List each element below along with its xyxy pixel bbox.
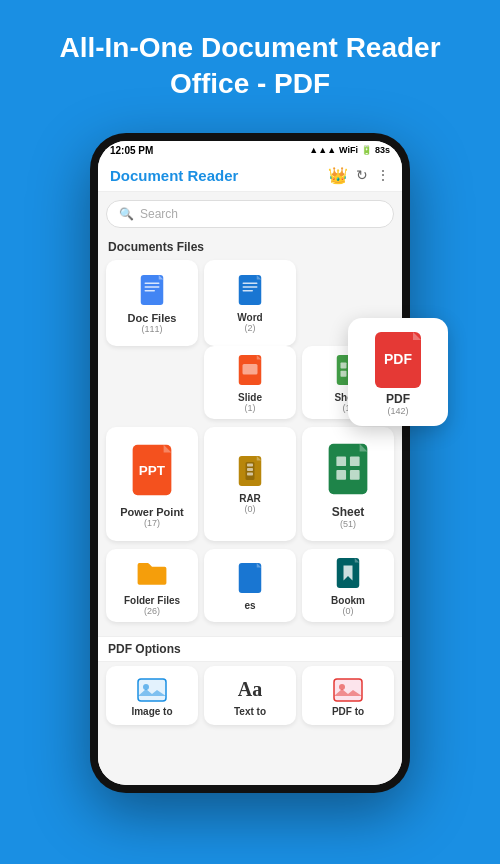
search-placeholder: Search — [140, 207, 178, 221]
svg-rect-15 — [341, 362, 347, 368]
header-title: All-In-One Document Reader Office - PDF — [59, 32, 440, 99]
slide-name: Slide — [238, 392, 262, 403]
word-icon — [232, 272, 268, 308]
documents-section-title: Documents Files — [98, 236, 402, 260]
svg-rect-32 — [336, 470, 346, 480]
svg-rect-12 — [243, 364, 258, 375]
svg-rect-25 — [247, 464, 253, 467]
doc-files-name: Doc Files — [128, 312, 177, 324]
slide-card[interactable]: Slide (1) — [204, 346, 296, 419]
es-icon — [232, 560, 268, 596]
app-title: Document Reader — [110, 167, 238, 184]
svg-rect-8 — [243, 287, 258, 289]
rar-card[interactable]: RAR (0) — [204, 427, 296, 541]
pdf-floating-name: PDF — [386, 392, 410, 406]
text-to-card[interactable]: Aa Text to — [204, 666, 296, 725]
svg-rect-30 — [336, 456, 346, 466]
svg-rect-4 — [145, 290, 156, 292]
svg-rect-27 — [247, 473, 253, 476]
wifi-icon: WiFi — [339, 145, 358, 155]
bookmark-count: (0) — [343, 606, 354, 616]
pdf-floating-card[interactable]: PDF PDF (142) — [348, 318, 448, 426]
slide-count: (1) — [245, 403, 256, 413]
image-to-icon — [136, 674, 168, 706]
svg-rect-42 — [334, 679, 362, 701]
battery-level: 83s — [375, 145, 390, 155]
word-card[interactable]: Word (2) — [204, 260, 296, 346]
pdf-options-title: PDF Options — [98, 636, 402, 662]
svg-rect-26 — [247, 468, 253, 471]
crown-icon[interactable]: 👑 — [328, 166, 348, 185]
svg-rect-31 — [350, 456, 360, 466]
rar-icon — [232, 453, 268, 489]
pdf-floating-icon: PDF — [370, 328, 426, 392]
doc-files-count: (111) — [141, 324, 162, 334]
battery-icon: 🔋 — [361, 145, 372, 155]
bookmark-name: Bookm — [331, 595, 365, 606]
pdf-options-section: PDF Options Image to — [98, 632, 402, 729]
pdf-to-card[interactable]: PDF to — [302, 666, 394, 725]
sheet-large-icon — [322, 439, 374, 499]
powerpoint-icon: PPT — [126, 440, 178, 500]
svg-rect-17 — [341, 371, 347, 377]
pdf-to-name: PDF to — [332, 706, 364, 717]
text-to-icon: Aa — [234, 674, 266, 706]
svg-text:Aa: Aa — [238, 678, 262, 700]
bookmark-card[interactable]: Bookm (0) — [302, 549, 394, 622]
sheet-large-name: Sheet — [332, 505, 365, 519]
powerpoint-card[interactable]: PPT Power Point (17) — [106, 427, 198, 541]
rar-count: (0) — [245, 504, 256, 514]
app-toolbar: Document Reader 👑 ↻ ⋮ — [98, 160, 402, 192]
slide-icon — [232, 352, 268, 388]
es-card[interactable]: es — [204, 549, 296, 622]
doc-files-card[interactable]: Doc Files (111) — [106, 260, 198, 346]
svg-text:PPT: PPT — [139, 463, 166, 478]
folder-count: (26) — [144, 606, 160, 616]
text-to-name: Text to — [234, 706, 266, 717]
svg-rect-9 — [243, 290, 254, 292]
sheet-large-card[interactable]: Sheet (51) — [302, 427, 394, 541]
word-name: Word — [237, 312, 262, 323]
refresh-icon[interactable]: ↻ — [356, 167, 368, 183]
es-name: es — [244, 600, 255, 611]
folder-name: Folder Files — [124, 595, 180, 606]
pdf-to-icon — [332, 674, 364, 706]
folder-files-card[interactable]: Folder Files (26) — [106, 549, 198, 622]
status-bar: 12:05 PM ▲▲▲ WiFi 🔋 83s — [98, 141, 402, 160]
search-icon: 🔍 — [119, 207, 134, 221]
word-count: (2) — [245, 323, 256, 333]
svg-rect-38 — [138, 679, 166, 701]
folder-icon — [134, 555, 170, 591]
svg-rect-33 — [350, 470, 360, 480]
rar-name: RAR — [239, 493, 261, 504]
powerpoint-count: (17) — [144, 518, 160, 528]
phone-container: 12:05 PM ▲▲▲ WiFi 🔋 83s Document Reader … — [90, 133, 410, 793]
svg-rect-2 — [145, 282, 160, 284]
bookmark-icon — [330, 555, 366, 591]
header-section: All-In-One Document Reader Office - PDF — [0, 0, 500, 123]
svg-rect-3 — [145, 286, 160, 288]
image-to-card[interactable]: Image to — [106, 666, 198, 725]
doc-files-icon — [134, 272, 170, 308]
time: 12:05 PM — [110, 145, 153, 156]
svg-rect-7 — [243, 283, 258, 285]
pdf-floating-count: (142) — [387, 406, 408, 416]
powerpoint-name: Power Point — [120, 506, 184, 518]
search-bar[interactable]: 🔍 Search — [106, 200, 394, 228]
more-icon[interactable]: ⋮ — [376, 167, 390, 183]
svg-text:PDF: PDF — [384, 351, 412, 367]
image-to-name: Image to — [131, 706, 172, 717]
signal-icon: ▲▲▲ — [309, 145, 336, 155]
sheet-large-count: (51) — [340, 519, 356, 529]
